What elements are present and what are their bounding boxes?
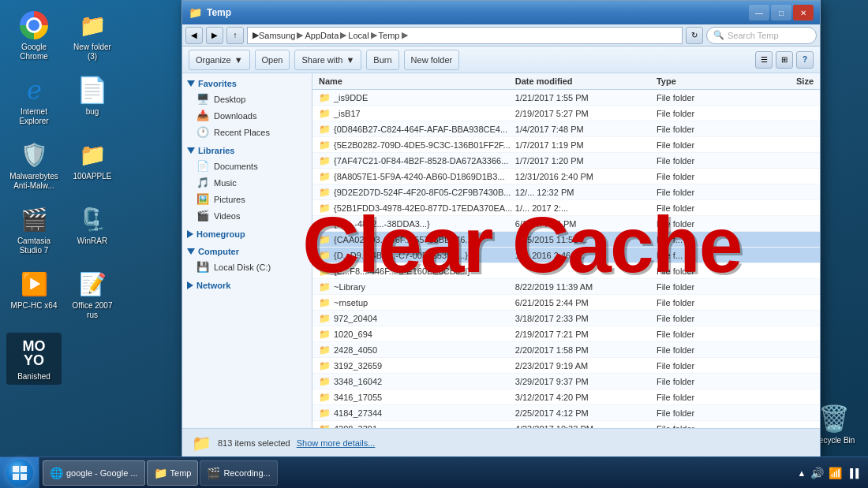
- table-row[interactable]: 📁{8A8057E1-5F9A-4240-AB60-D1869D1B3... 1…: [312, 169, 820, 184]
- help-button[interactable]: ?: [796, 51, 814, 69]
- homegroup-label: Homegroup: [196, 229, 245, 239]
- table-row[interactable]: 📁{7AF47C21-0F84-4B2F-8528-DA672A3366... …: [312, 153, 820, 169]
- desktop-icon-ie[interactable]: ℯ Internet Explorer: [6, 71, 62, 129]
- table-row[interactable]: 📁4208_3391 4/23/2017 10:32 PM File folde…: [312, 421, 820, 428]
- desktop-icon-winrar[interactable]: 🗜️ WinRAR: [65, 200, 120, 249]
- forward-button[interactable]: ▶: [206, 27, 223, 44]
- file-date: 3/29/2017 9:37 PM: [515, 377, 657, 386]
- nav-item-desktop[interactable]: 🖥️ Desktop: [182, 91, 312, 107]
- file-type: File folder: [657, 140, 750, 150]
- table-row[interactable]: 📁{0D846B27-C824-464F-AFAF-BBA938CE4... 1…: [312, 121, 820, 137]
- nav-item-recent[interactable]: 🕐 Recent Places: [182, 124, 312, 140]
- view-details-button[interactable]: ☰: [755, 51, 773, 69]
- path-segment-samsung[interactable]: Samsung: [259, 31, 295, 40]
- network-chevron: [187, 281, 193, 289]
- col-header-type[interactable]: Type: [657, 76, 750, 86]
- minimize-button[interactable]: —: [749, 5, 769, 20]
- burn-button[interactable]: Burn: [366, 50, 398, 70]
- nav-item-pictures[interactable]: 🖼️ Pictures: [182, 191, 312, 207]
- network-header[interactable]: Network: [182, 278, 312, 292]
- address-path[interactable]: ▶ Samsung ▶ AppData ▶ Local ▶ Temp ▶: [247, 27, 683, 44]
- desktop-icon-office[interactable]: 📝 Office 2007 rus: [65, 265, 120, 323]
- desktop-icon-camtasia[interactable]: 🎬 Camtasia Studio 7: [6, 200, 62, 259]
- col-header-size[interactable]: Size: [750, 76, 814, 86]
- file-name: 📁{D...D9...-4BC...-C7-00F4553D8...}: [319, 250, 515, 261]
- maximize-button[interactable]: □: [771, 5, 791, 20]
- path-segment-appdata[interactable]: AppData: [305, 31, 339, 40]
- table-row[interactable]: 📁{52B1FDD3-4978-42E0-877D-17EDA370EA... …: [312, 200, 820, 216]
- nav-item-music[interactable]: 🎵 Music: [182, 174, 312, 191]
- desktop-icon-label-bug: bug: [86, 107, 99, 117]
- table-row[interactable]: 📁~rnsetup 6/21/2015 2:44 PM File folder: [312, 295, 820, 311]
- table-row[interactable]: 📁972_20404 3/18/2017 2:33 PM File folder: [312, 311, 820, 326]
- col-header-name[interactable]: Name: [319, 76, 515, 86]
- desktop-icon-newfolder[interactable]: 📁 New folder (3): [65, 6, 120, 65]
- libraries-header[interactable]: Libraries: [182, 143, 312, 158]
- homegroup-header[interactable]: Homegroup: [182, 227, 312, 241]
- search-box[interactable]: 🔍 Search Temp: [706, 27, 817, 44]
- table-row[interactable]: 📁{5E2B0282-709D-4DE5-9C3C-136B01FF2F... …: [312, 137, 820, 153]
- table-row[interactable]: 📁{E...F8...-446F...-5-E160EE0CB0...} Fil…: [312, 263, 820, 279]
- file-type: File folder: [657, 188, 750, 197]
- table-row[interactable]: 📁{D...D9...-4BC...-C7-00F4553D8...} 1/..…: [312, 248, 820, 263]
- table-row[interactable]: 📁~Library 8/22/2019 11:39 AM File folder: [312, 279, 820, 295]
- nav-item-downloads[interactable]: 📥 Downloads: [182, 107, 312, 124]
- organize-button[interactable]: Organize ▼: [189, 50, 250, 70]
- favorites-header[interactable]: Favorites: [182, 76, 312, 91]
- search-icon: 🔍: [713, 30, 724, 40]
- taskbar-tray: ▲ 🔊 📶 ▐ ▌: [791, 457, 868, 488]
- tray-volume-icon[interactable]: 🔊: [810, 467, 824, 479]
- open-button[interactable]: Open: [255, 50, 290, 70]
- file-date: 2/19/2017 7:21 PM: [515, 330, 657, 339]
- desktop-icon-bug[interactable]: 📄 bug: [65, 71, 120, 120]
- desktop-icon-moyo[interactable]: MO YO Banished: [6, 333, 62, 385]
- table-row[interactable]: 📁{9D2E2D7D-524F-4F20-8F05-C2F9B7430B... …: [312, 184, 820, 200]
- table-row[interactable]: 📁_is9DDE 1/21/2017 1:55 PM File folder: [312, 90, 820, 106]
- table-row[interactable]: 📁2428_4050 2/20/2017 1:58 PM File folder: [312, 342, 820, 358]
- status-details-link[interactable]: Show more details...: [297, 438, 376, 448]
- view-tiles-button[interactable]: ⊞: [776, 51, 793, 69]
- toolbar: Organize ▼ Open Share with ▼ Burn New fo…: [182, 47, 820, 73]
- table-row[interactable]: 📁3192_32659 2/23/2017 9:19 AM File folde…: [312, 358, 820, 374]
- back-button[interactable]: ◀: [185, 27, 203, 44]
- refresh-button[interactable]: ↻: [686, 27, 703, 44]
- start-button[interactable]: [0, 457, 39, 488]
- file-name: 📁{7AF47C21-0F84-4B2F-8528-DA672A3366...: [319, 155, 515, 166]
- table-row[interactable]: 📁{CAA024D3...-46F...-55703BEF76...} 1/25…: [312, 232, 820, 248]
- table-row[interactable]: 📁3416_17055 3/12/2017 4:20 PM File folde…: [312, 389, 820, 405]
- taskbar-item-temp[interactable]: 📁 Temp: [147, 460, 199, 486]
- path-segment-local[interactable]: Local: [348, 31, 369, 40]
- desktop-icon-chrome[interactable]: Google Chrome: [6, 6, 62, 65]
- table-row[interactable]: 📁3348_16042 3/29/2017 9:37 PM File folde…: [312, 374, 820, 389]
- file-date: 8/22/2019 11:39 AM: [515, 282, 657, 292]
- file-date: 6/21/2015 2:44 PM: [515, 298, 657, 307]
- taskbar-item-google[interactable]: 🌐 google - Google ...: [43, 460, 145, 486]
- title-bar-icon: 📁: [189, 6, 202, 19]
- table-row[interactable]: 📁4184_27344 2/25/2017 4:12 PM File folde…: [312, 405, 820, 421]
- nav-item-localdisk[interactable]: 💾 Local Disk (C:): [182, 259, 312, 275]
- taskbar-item-recording[interactable]: 🎬 Recording...: [200, 460, 277, 486]
- table-row[interactable]: 📁1020_694 2/19/2017 7:21 PM File folder: [312, 326, 820, 342]
- desktop-icon-mpchc[interactable]: ▶️ MPC-HC x64: [6, 265, 62, 314]
- file-date: 12/... 12:32 PM: [515, 188, 657, 197]
- path-segment-temp[interactable]: Temp: [379, 31, 400, 40]
- tray-network-icon[interactable]: 📶: [829, 467, 842, 479]
- nav-item-documents[interactable]: 📄 Documents: [182, 158, 312, 174]
- tray-arrow-icon[interactable]: ▲: [797, 468, 806, 478]
- table-row[interactable]: 📁_isB17 2/19/2017 5:27 PM File folder: [312, 106, 820, 121]
- computer-header[interactable]: Computer: [182, 244, 312, 259]
- desktop-icon-malwarebytes[interactable]: 🛡️ Malwarebytes Anti-Malw...: [6, 136, 62, 194]
- table-row[interactable]: 📁{B1...-4842...-38DDA3...} 6/17/... 7:44…: [312, 216, 820, 232]
- new-folder-button[interactable]: New folder: [404, 50, 460, 70]
- close-button[interactable]: ✕: [793, 5, 814, 20]
- share-with-button[interactable]: Share with ▼: [294, 50, 361, 70]
- desktop-icon-100apple[interactable]: 📁 100APPLE: [65, 136, 120, 184]
- open-label: Open: [262, 55, 283, 65]
- status-bar: 📁 813 items selected Show more details..…: [182, 428, 820, 456]
- file-name: 📁{0D846B27-C824-464F-AFAF-BBA938CE4...: [319, 124, 515, 135]
- up-button[interactable]: ↑: [226, 27, 244, 44]
- col-header-date[interactable]: Date modified: [515, 76, 657, 86]
- nav-item-videos[interactable]: 🎬 Videos: [182, 207, 312, 224]
- file-type: File folder: [657, 125, 750, 134]
- file-name: 📁972_20404: [319, 313, 515, 324]
